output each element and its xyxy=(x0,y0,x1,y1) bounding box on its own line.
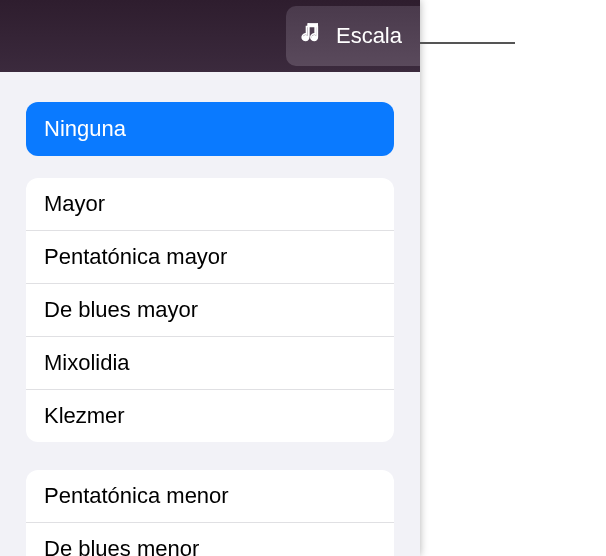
scale-option-label: Pentatónica mayor xyxy=(44,244,227,269)
scale-button-label: Escala xyxy=(336,23,402,49)
scale-option-label: De blues mayor xyxy=(44,297,198,322)
scale-option-label: Pentatónica menor xyxy=(44,483,229,508)
scale-option-label: Klezmer xyxy=(44,403,125,428)
scale-option[interactable]: Mixolidia xyxy=(26,337,394,390)
scale-option[interactable]: De blues menor xyxy=(26,523,394,556)
scale-option[interactable]: Klezmer xyxy=(26,390,394,442)
scale-option-selected[interactable]: Ninguna xyxy=(26,102,394,156)
scale-option-label: Ninguna xyxy=(44,116,126,141)
scale-option-label: De blues menor xyxy=(44,536,199,556)
scale-option-label: Mayor xyxy=(44,191,105,216)
scale-option[interactable]: Mayor xyxy=(26,178,394,231)
top-toolbar: Escala xyxy=(0,0,420,72)
scale-option[interactable]: Pentatónica mayor xyxy=(26,231,394,284)
scale-menu: Ninguna Mayor Pentatónica mayor De blues… xyxy=(0,72,420,556)
scale-group-minor: Pentatónica menor De blues menor Japones… xyxy=(26,470,394,556)
svg-rect-4 xyxy=(308,23,318,26)
scale-button[interactable]: Escala xyxy=(286,6,420,66)
scale-option-label: Mixolidia xyxy=(44,350,130,375)
scale-option[interactable]: Pentatónica menor xyxy=(26,470,394,523)
music-notes-icon xyxy=(300,20,326,52)
scale-group-major: Mayor Pentatónica mayor De blues mayor M… xyxy=(26,178,394,442)
callout-line xyxy=(420,42,515,44)
scale-option[interactable]: De blues mayor xyxy=(26,284,394,337)
